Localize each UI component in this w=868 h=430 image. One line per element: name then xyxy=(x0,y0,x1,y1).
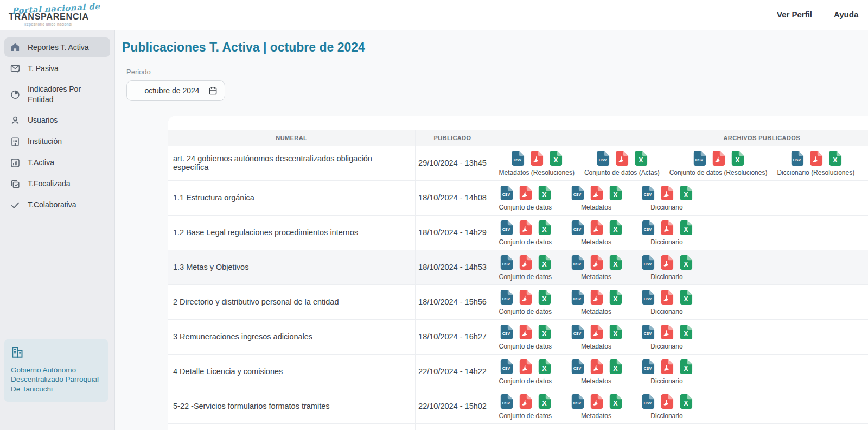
sidebar-item-t-activa[interactable]: T.Activa xyxy=(4,153,110,173)
file-group: CSVXConjunto de datos xyxy=(499,324,552,350)
file-group-label: Conjunto de datos xyxy=(499,343,552,350)
pdf-file-icon[interactable] xyxy=(660,393,674,409)
csv-file-icon[interactable]: CSV xyxy=(499,324,513,340)
csv-file-icon[interactable]: CSV xyxy=(641,289,655,305)
csv-file-icon[interactable]: CSV xyxy=(499,185,513,201)
pdf-file-icon[interactable] xyxy=(589,254,603,270)
csv-file-icon[interactable]: CSV xyxy=(570,185,584,201)
csv-file-icon[interactable]: CSV xyxy=(570,289,584,305)
csv-file-icon[interactable]: CSV xyxy=(510,150,525,166)
xls-file-icon[interactable]: X xyxy=(537,393,551,409)
csv-file-icon[interactable]: CSV xyxy=(596,150,610,166)
pdf-file-icon[interactable] xyxy=(589,219,603,236)
csv-file-icon[interactable]: CSV xyxy=(499,219,513,236)
sidebar-item-t-colaborativa[interactable]: T.Colaborativa xyxy=(4,195,110,215)
sidebar-item-reportes-t-activa[interactable]: Reportes T. Activa xyxy=(4,37,110,57)
xls-file-icon[interactable]: X xyxy=(537,219,551,236)
csv-file-icon[interactable]: CSV xyxy=(570,254,584,270)
csv-file-icon[interactable]: CSV xyxy=(499,289,513,305)
pie-chart-icon xyxy=(10,89,21,100)
file-group-label: Diccionario xyxy=(650,308,682,315)
sidebar-item-institucion[interactable]: Institución xyxy=(4,132,110,151)
csv-file-icon[interactable]: CSV xyxy=(570,324,584,340)
pdf-file-icon[interactable] xyxy=(518,185,532,201)
csv-file-icon[interactable]: CSV xyxy=(641,393,655,409)
pdf-file-icon[interactable] xyxy=(660,219,674,236)
portal-logo[interactable]: Portal nacional de TRANSPARENCIA Reposit… xyxy=(9,4,106,26)
svg-text:CSV: CSV xyxy=(573,331,582,335)
pdf-file-icon[interactable] xyxy=(589,393,603,409)
csv-file-icon[interactable]: CSV xyxy=(570,358,584,375)
file-group: CSVXConjunto de datos xyxy=(499,219,552,246)
pdf-file-icon[interactable] xyxy=(589,289,603,305)
pdf-file-icon[interactable] xyxy=(518,324,532,340)
file-group-label: Metadatos xyxy=(581,308,611,315)
building-grid-icon xyxy=(10,136,21,147)
xls-file-icon[interactable]: X xyxy=(608,358,622,375)
csv-file-icon[interactable]: CSV xyxy=(499,393,513,409)
pdf-file-icon[interactable] xyxy=(660,185,674,201)
csv-file-icon[interactable]: CSV xyxy=(499,254,513,270)
xls-file-icon[interactable]: X xyxy=(679,358,693,375)
xls-file-icon[interactable]: X xyxy=(730,150,744,166)
csv-file-icon[interactable]: CSV xyxy=(790,150,804,166)
pdf-file-icon[interactable] xyxy=(660,358,674,375)
xls-file-icon[interactable]: X xyxy=(634,150,648,166)
pdf-file-icon[interactable] xyxy=(529,150,544,166)
csv-file-icon[interactable]: CSV xyxy=(641,185,655,201)
numeral-cell: 1.1 Estructura orgánica xyxy=(168,180,415,215)
pdf-file-icon[interactable] xyxy=(615,150,629,166)
pdf-file-icon[interactable] xyxy=(518,254,532,270)
csv-file-icon[interactable]: CSV xyxy=(570,219,584,236)
pdf-file-icon[interactable] xyxy=(518,393,532,409)
xls-file-icon[interactable]: X xyxy=(608,393,622,409)
file-group-label: Conjunto de datos xyxy=(499,273,552,281)
xls-file-icon[interactable]: X xyxy=(679,219,693,236)
xls-file-icon[interactable]: X xyxy=(548,150,563,166)
pdf-file-icon[interactable] xyxy=(660,324,674,340)
csv-file-icon[interactable]: CSV xyxy=(641,219,655,236)
sidebar-item-t-pasiva[interactable]: T. Pasiva xyxy=(4,59,110,78)
pdf-file-icon[interactable] xyxy=(589,324,603,340)
bar-chart-icon xyxy=(10,157,21,168)
xls-file-icon[interactable]: X xyxy=(608,185,622,201)
pdf-file-icon[interactable] xyxy=(589,185,603,201)
pdf-file-icon[interactable] xyxy=(660,254,674,270)
csv-file-icon[interactable]: CSV xyxy=(641,358,655,375)
sidebar-item-t-focalizada[interactable]: T.Focalizada xyxy=(4,174,110,194)
csv-file-icon[interactable]: CSV xyxy=(499,358,513,375)
xls-file-icon[interactable]: X xyxy=(679,393,693,409)
view-profile-link[interactable]: Ver Perfil xyxy=(777,10,812,19)
period-input[interactable]: octubre de 2024 xyxy=(126,80,225,101)
csv-file-icon[interactable]: CSV xyxy=(570,393,584,409)
sidebar-item-indicadores-por-entidad[interactable]: Indicadores Por Entidad xyxy=(4,80,110,109)
xls-file-icon[interactable]: X xyxy=(679,185,693,201)
calendar-icon[interactable] xyxy=(208,86,218,98)
csv-file-icon[interactable]: CSV xyxy=(641,254,655,270)
xls-file-icon[interactable]: X xyxy=(608,254,622,270)
xls-file-icon[interactable]: X xyxy=(537,358,551,375)
xls-file-icon[interactable]: X xyxy=(608,219,622,236)
xls-file-icon[interactable]: X xyxy=(537,289,551,305)
xls-file-icon[interactable]: X xyxy=(679,289,693,305)
csv-file-icon[interactable]: CSV xyxy=(641,324,655,340)
xls-file-icon[interactable]: X xyxy=(828,150,842,166)
pdf-file-icon[interactable] xyxy=(809,150,823,166)
pdf-file-icon[interactable] xyxy=(518,219,532,236)
pdf-file-icon[interactable] xyxy=(660,289,674,305)
xls-file-icon[interactable]: X xyxy=(537,254,551,270)
pdf-file-icon[interactable] xyxy=(711,150,725,166)
sidebar-item-label: Reportes T. Activa xyxy=(28,42,89,53)
csv-file-icon[interactable]: CSV xyxy=(692,150,706,166)
xls-file-icon[interactable]: X xyxy=(537,185,551,201)
pdf-file-icon[interactable] xyxy=(518,289,532,305)
xls-file-icon[interactable]: X xyxy=(679,324,693,340)
xls-file-icon[interactable]: X xyxy=(679,254,693,270)
sidebar-item-usuarios[interactable]: Usuarios xyxy=(4,111,110,130)
pdf-file-icon[interactable] xyxy=(589,358,603,375)
xls-file-icon[interactable]: X xyxy=(608,289,622,305)
xls-file-icon[interactable]: X xyxy=(608,324,622,340)
xls-file-icon[interactable]: X xyxy=(537,324,551,340)
pdf-file-icon[interactable] xyxy=(518,358,532,375)
help-link[interactable]: Ayuda xyxy=(834,10,858,19)
